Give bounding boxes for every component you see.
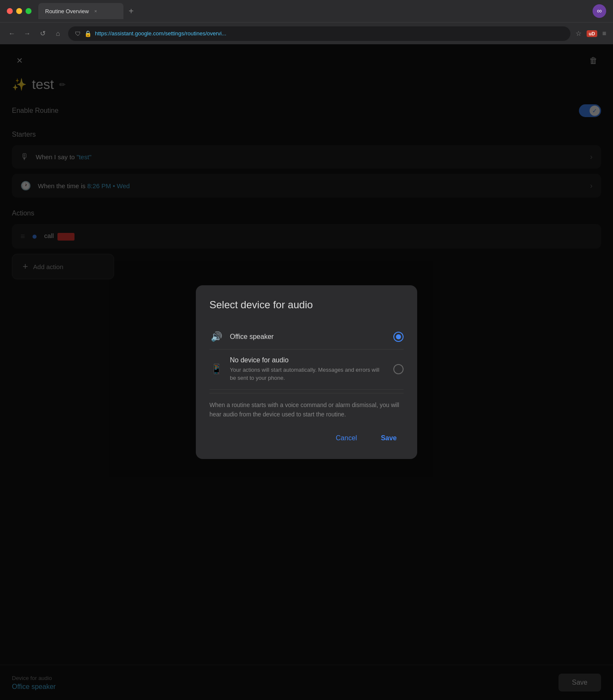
modal-cancel-button[interactable]: Cancel	[329, 431, 364, 445]
radio-office-speaker[interactable]	[393, 332, 404, 342]
refresh-button[interactable]: ↺	[37, 29, 48, 39]
browser-tab-active[interactable]: Routine Overview ×	[38, 3, 123, 19]
device-option-office-speaker[interactable]: 🔊 Office speaker	[209, 324, 404, 350]
modal-divider	[209, 393, 404, 393]
tab-bar: Routine Overview × +	[38, 3, 589, 19]
browser-avatar[interactable]: ∞	[593, 4, 606, 18]
page-content: × 🗑 ✨ test ✏ Enable Routine ✓ Starters 🎙…	[0, 44, 613, 700]
shield-icon: 🛡	[75, 30, 81, 37]
new-tab-button[interactable]: +	[125, 5, 137, 17]
office-speaker-name: Office speaker	[230, 333, 387, 341]
toolbar-right: ☆ uD ≡	[576, 29, 606, 37]
address-bar: ← → ↺ ⌂ 🛡 🔒 https://assistant.google.com…	[0, 22, 613, 44]
no-device-info: No device for audio Your actions will st…	[230, 356, 387, 382]
traffic-light-red[interactable]	[7, 8, 13, 14]
browser-titlebar: Routine Overview × + ∞	[0, 0, 613, 22]
radio-no-device[interactable]	[393, 364, 404, 374]
radio-inner-selected	[396, 334, 401, 339]
forward-button[interactable]: →	[22, 29, 32, 39]
phone-icon: 📱	[209, 364, 223, 375]
modal-info-text: When a routine starts with a voice comma…	[209, 400, 404, 419]
address-input[interactable]: 🛡 🔒 https://assistant.google.com/setting…	[68, 26, 570, 41]
no-device-name: No device for audio	[230, 356, 387, 364]
tab-close-button[interactable]: ×	[92, 8, 99, 14]
traffic-light-green[interactable]	[26, 8, 32, 14]
ublock-icon[interactable]: uD	[587, 30, 597, 37]
home-button[interactable]: ⌂	[53, 29, 63, 39]
lock-icon: 🔒	[84, 30, 92, 37]
url-display: https://assistant.google.com/settings/ro…	[95, 30, 226, 37]
tab-title: Routine Overview	[45, 8, 89, 14]
traffic-lights	[7, 8, 32, 14]
traffic-light-yellow[interactable]	[16, 8, 22, 14]
bookmark-icon[interactable]: ☆	[576, 29, 581, 37]
browser-menu-icon[interactable]: ≡	[602, 30, 606, 37]
select-device-modal: Select device for audio 🔊 Office speaker…	[196, 285, 417, 459]
modal-title: Select device for audio	[209, 299, 404, 311]
device-option-no-device[interactable]: 📱 No device for audio Your actions will …	[209, 350, 404, 390]
modal-overlay: Select device for audio 🔊 Office speaker…	[0, 44, 613, 700]
office-speaker-info: Office speaker	[230, 333, 387, 341]
back-button[interactable]: ←	[7, 29, 17, 39]
modal-actions: Cancel Save	[209, 431, 404, 445]
modal-save-button[interactable]: Save	[374, 431, 404, 445]
no-device-desc: Your actions will start automatically. M…	[230, 366, 387, 382]
speaker-icon: 🔊	[209, 331, 223, 342]
